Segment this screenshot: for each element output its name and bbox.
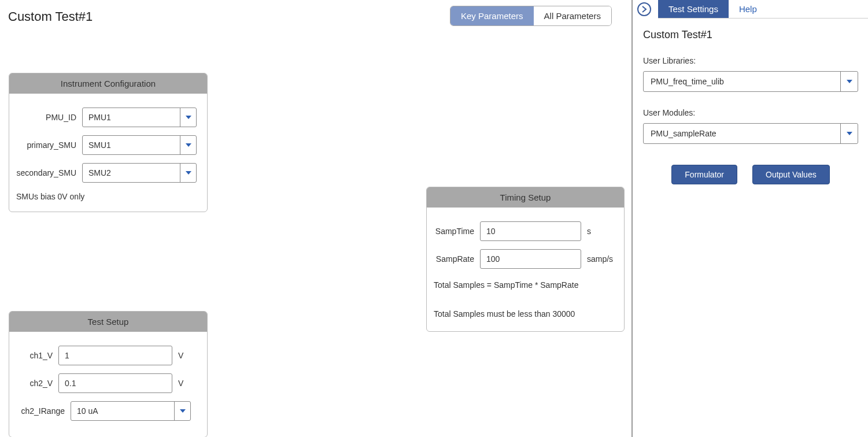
sidebar-tabs: Test Settings Help [658, 0, 868, 18]
user-modules-select[interactable]: PMU_sampleRate [643, 123, 858, 144]
timing-note-2: Total Samples must be less than 30000 [431, 306, 619, 323]
ch1-v-unit: V [178, 351, 202, 360]
secondary-smu-select[interactable]: SMU2 [82, 163, 197, 183]
ch2-irange-label: ch2_IRange [14, 406, 71, 416]
tab-test-settings[interactable]: Test Settings [658, 0, 729, 18]
main-area: Custom Test#1 Key Parameters All Paramet… [0, 0, 633, 437]
timing-note-1: Total Samples = SampTime * SampRate [431, 277, 619, 294]
parameter-toggle: Key Parameters All Parameters [450, 6, 612, 26]
test-setup-header: Test Setup [9, 312, 207, 332]
output-values-button[interactable]: Output Values [752, 165, 830, 184]
chevron-down-icon [174, 402, 190, 420]
instrument-configuration-header: Instrument Configuration [9, 73, 207, 94]
samp-rate-input[interactable] [480, 249, 581, 269]
pmu-id-select[interactable]: PMU1 [82, 108, 197, 127]
samp-rate-unit: samp/s [587, 254, 619, 264]
all-parameters-tab[interactable]: All Parameters [534, 6, 611, 25]
samp-time-unit: s [587, 227, 619, 236]
sidebar-title: Custom Test#1 [643, 29, 862, 41]
expand-button[interactable] [637, 2, 651, 16]
chevron-down-icon [180, 164, 196, 182]
instrument-configuration-panel: Instrument Configuration PMU_ID PMU1 pri… [9, 73, 208, 212]
key-parameters-tab[interactable]: Key Parameters [450, 6, 534, 25]
ch2-v-label: ch2_V [14, 379, 58, 388]
page-title: Custom Test#1 [8, 9, 93, 24]
right-sidebar: Test Settings Help Custom Test#1 User Li… [633, 0, 868, 437]
ch1-v-label: ch1_V [14, 351, 58, 360]
ch2-v-input[interactable] [58, 373, 172, 393]
primary-smu-select[interactable]: SMU1 [82, 135, 197, 155]
timing-setup-header: Timing Setup [427, 187, 624, 208]
tab-help[interactable]: Help [729, 0, 767, 18]
user-libraries-label: User Libraries: [643, 56, 862, 65]
timing-setup-panel: Timing Setup SampTime s SampRate samp/s … [426, 187, 625, 332]
ch2-irange-select[interactable]: 10 uA [71, 401, 191, 421]
chevron-down-icon [840, 72, 858, 91]
user-libraries-select[interactable]: PMU_freq_time_ulib [643, 71, 858, 92]
samp-rate-label: SampRate [431, 254, 480, 264]
chevron-down-icon [840, 124, 858, 143]
pmu-id-label: PMU_ID [14, 113, 82, 122]
ch2-v-unit: V [178, 379, 202, 388]
ch1-v-input[interactable] [58, 346, 172, 365]
formulator-button[interactable]: Formulator [671, 165, 737, 184]
primary-smu-label: primary_SMU [14, 140, 82, 150]
test-setup-panel: Test Setup ch1_V V ch2_V V ch2_IRange 10… [9, 311, 208, 437]
samp-time-label: SampTime [431, 227, 480, 236]
samp-time-input[interactable] [480, 221, 581, 241]
instrument-note: SMUs bias 0V only [14, 191, 202, 203]
chevron-right-icon [641, 6, 647, 13]
secondary-smu-label: secondary_SMU [14, 168, 82, 177]
chevron-down-icon [180, 136, 196, 154]
user-modules-label: User Modules: [643, 108, 862, 117]
chevron-down-icon [180, 108, 196, 127]
